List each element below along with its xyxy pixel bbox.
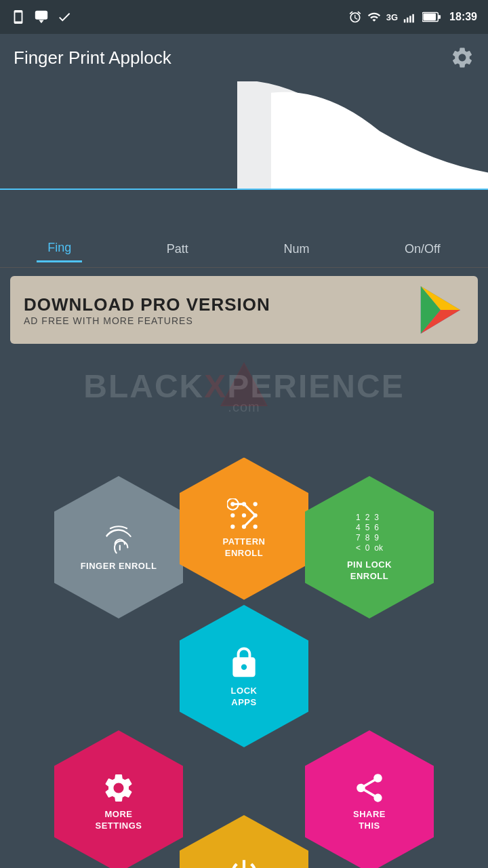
tab-onoff[interactable]: On/Off bbox=[394, 237, 451, 262]
svg-rect-1 bbox=[404, 19, 406, 22]
chart-area bbox=[0, 81, 488, 231]
pin-lock-enroll-button[interactable]: 123 456 789 <0ok PIN LOCKENROLL bbox=[305, 476, 434, 618]
status-bar: 3G 18:39 bbox=[0, 0, 488, 34]
finger-enroll-button[interactable]: FINGER ENROLL bbox=[54, 476, 183, 618]
svg-point-27 bbox=[116, 785, 121, 791]
battery-icon bbox=[422, 11, 441, 23]
tab-bar: Fing Patt Num On/Off bbox=[0, 231, 488, 268]
watermark-triangle bbox=[217, 359, 271, 413]
pin-numbers-display: 123 456 789 <0ok bbox=[356, 513, 383, 553]
network-type: 3G bbox=[386, 12, 398, 22]
share-icon bbox=[352, 771, 386, 805]
pattern-enroll-button[interactable]: PATTERNENROLL bbox=[180, 458, 308, 600]
more-settings-label: MORESETTINGS bbox=[95, 809, 142, 832]
lock-icon bbox=[227, 644, 261, 682]
check-icon bbox=[57, 9, 72, 24]
alarm-icon bbox=[348, 10, 362, 24]
more-settings-button[interactable]: MORESETTINGS bbox=[54, 730, 183, 868]
svg-marker-13 bbox=[222, 364, 266, 405]
watermark: BLACKXPERIENCE .com bbox=[0, 352, 488, 422]
ad-subtitle: AD FREE WITH MORE FEATURES bbox=[24, 315, 417, 326]
lock-apps-label: LOCKAPPS bbox=[231, 686, 258, 709]
share-this-button[interactable]: SHARETHIS bbox=[305, 730, 434, 868]
pattern-icon bbox=[227, 498, 261, 532]
svg-point-20 bbox=[230, 524, 235, 528]
hex-grid: FINGER ENROLL PATTERNENROLL 123 456 789 bbox=[0, 422, 488, 868]
power-icon bbox=[227, 856, 261, 868]
bbm-icon bbox=[34, 9, 49, 24]
chart-line bbox=[0, 189, 488, 190]
wifi-icon bbox=[367, 10, 381, 24]
watermark-text: BLACKXPERIENCE bbox=[83, 368, 404, 405]
svg-rect-6 bbox=[423, 14, 436, 20]
signal-icon bbox=[403, 10, 417, 24]
app-bar: Finger Print Applock bbox=[0, 34, 488, 81]
svg-rect-2 bbox=[407, 18, 409, 23]
svg-rect-4 bbox=[412, 14, 414, 23]
share-this-label: SHARETHIS bbox=[353, 809, 386, 832]
app-title: Finger Print Applock bbox=[14, 47, 171, 68]
lock-apps-button[interactable]: LOCKAPPS bbox=[180, 605, 308, 747]
time: 18:39 bbox=[449, 11, 477, 23]
ad-text: DOWNLOAD PRO VERSION AD FREE WITH MORE F… bbox=[24, 294, 417, 326]
more-settings-icon bbox=[102, 771, 136, 805]
ad-banner[interactable]: DOWNLOAD PRO VERSION AD FREE WITH MORE F… bbox=[10, 276, 478, 344]
watermark-domain: .com bbox=[0, 399, 488, 415]
svg-rect-3 bbox=[409, 16, 411, 22]
tab-num[interactable]: Num bbox=[272, 237, 320, 262]
svg-rect-0 bbox=[35, 11, 47, 20]
chart-visual bbox=[0, 81, 488, 189]
play-store-icon bbox=[417, 286, 464, 334]
svg-line-26 bbox=[244, 515, 256, 527]
status-icons-left bbox=[11, 9, 72, 24]
tab-fing[interactable]: Fing bbox=[37, 235, 82, 262]
svg-point-22 bbox=[253, 524, 258, 528]
tab-patt[interactable]: Patt bbox=[156, 237, 199, 262]
fingerprint-icon bbox=[102, 523, 136, 557]
svg-line-25 bbox=[244, 504, 256, 515]
svg-marker-12 bbox=[220, 362, 268, 406]
settings-button[interactable] bbox=[450, 45, 474, 70]
finger-enroll-label: FINGER ENROLL bbox=[81, 561, 157, 572]
svg-point-18 bbox=[242, 513, 246, 517]
turn-lock-button[interactable]: TURN LOCKON/OFF bbox=[180, 815, 308, 868]
pattern-enroll-label: PATTERNENROLL bbox=[223, 536, 266, 559]
svg-point-17 bbox=[230, 513, 235, 517]
svg-point-16 bbox=[253, 502, 258, 506]
svg-rect-7 bbox=[438, 15, 441, 19]
pin-lock-label: PIN LOCKENROLL bbox=[347, 559, 392, 583]
status-info-right: 3G 18:39 bbox=[348, 10, 477, 24]
ad-title: DOWNLOAD PRO VERSION bbox=[24, 294, 417, 315]
screen-capture-icon bbox=[11, 9, 26, 24]
